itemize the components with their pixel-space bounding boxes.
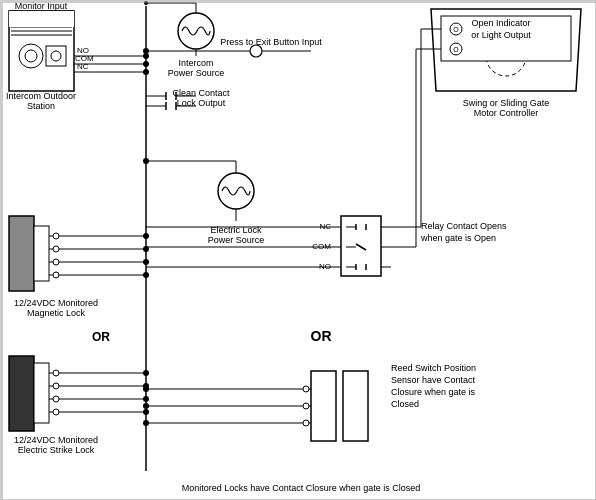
svg-text:Magnetic Lock: Magnetic Lock	[27, 308, 86, 318]
svg-point-98	[143, 396, 149, 402]
svg-text:OR: OR	[92, 330, 110, 344]
svg-point-87	[53, 383, 59, 389]
svg-text:Power Source: Power Source	[208, 235, 265, 245]
svg-point-10	[25, 50, 37, 62]
svg-point-89	[53, 396, 59, 402]
svg-point-139	[143, 420, 149, 426]
svg-text:O: O	[453, 26, 459, 33]
svg-point-37	[143, 61, 149, 67]
svg-text:NC: NC	[77, 62, 89, 71]
svg-point-138	[143, 403, 149, 409]
svg-point-12	[51, 51, 61, 61]
svg-point-91	[53, 409, 59, 415]
svg-text:Closure when gate is: Closure when gate is	[391, 387, 476, 397]
svg-point-77	[143, 259, 149, 265]
svg-text:O: O	[453, 46, 459, 53]
svg-text:OR: OR	[311, 328, 332, 344]
svg-text:Intercom: Intercom	[178, 58, 213, 68]
svg-point-64	[53, 233, 59, 239]
svg-point-75	[143, 233, 149, 239]
svg-point-54	[218, 173, 254, 209]
svg-text:Swing or Sliding Gate: Swing or Sliding Gate	[463, 98, 550, 108]
svg-rect-127	[343, 371, 368, 441]
svg-text:Intercom Outdoor: Intercom Outdoor	[6, 91, 76, 101]
svg-text:Sensor have Contact: Sensor have Contact	[391, 375, 476, 385]
wiring-diagram: NO COM NC Monitor Input Intercom Outdoor…	[0, 0, 596, 500]
svg-point-38	[143, 69, 149, 75]
svg-point-133	[303, 420, 309, 426]
svg-text:Closed: Closed	[391, 399, 419, 409]
svg-text:Reed Switch Position: Reed Switch Position	[391, 363, 476, 373]
svg-point-68	[53, 259, 59, 265]
svg-point-129	[303, 386, 309, 392]
svg-point-85	[53, 370, 59, 376]
svg-rect-126	[311, 371, 336, 441]
svg-text:Motor Controller: Motor Controller	[474, 108, 539, 118]
svg-text:Relay Contact Opens: Relay Contact Opens	[421, 221, 507, 231]
svg-point-60	[143, 158, 149, 164]
svg-point-23	[178, 13, 214, 49]
svg-point-70	[53, 272, 59, 278]
svg-point-78	[143, 272, 149, 278]
svg-text:12/24VDC Monitored: 12/24VDC Monitored	[14, 435, 98, 445]
svg-rect-19	[9, 11, 74, 27]
svg-text:Press to Exit Button Input: Press to Exit Button Input	[220, 37, 322, 47]
svg-rect-62	[34, 226, 49, 281]
svg-point-66	[53, 246, 59, 252]
svg-text:12/24VDC Monitored: 12/24VDC Monitored	[14, 298, 98, 308]
svg-point-96	[143, 370, 149, 376]
svg-text:Station: Station	[27, 101, 55, 111]
svg-text:Power Source: Power Source	[168, 68, 225, 78]
svg-point-137	[143, 386, 149, 392]
svg-text:Electric Strike Lock: Electric Strike Lock	[18, 445, 95, 455]
svg-rect-61	[9, 216, 34, 291]
svg-rect-82	[9, 356, 34, 431]
svg-text:Monitored Locks have Contact C: Monitored Locks have Contact Closure whe…	[182, 483, 421, 493]
svg-point-99	[143, 409, 149, 415]
svg-point-43	[143, 48, 149, 54]
svg-text:when gate is Open: when gate is Open	[420, 233, 496, 243]
svg-point-131	[303, 403, 309, 409]
svg-text:or Light Output: or Light Output	[471, 30, 531, 40]
svg-rect-83	[34, 363, 49, 423]
svg-text:Open Indicator: Open Indicator	[471, 18, 530, 28]
